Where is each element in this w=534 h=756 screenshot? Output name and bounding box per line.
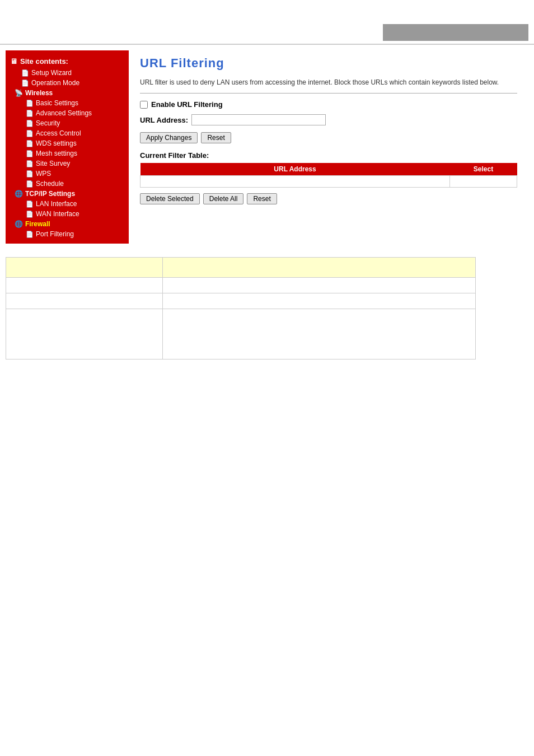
table-row	[140, 176, 517, 188]
sidebar-title-icon: 🖥	[10, 57, 17, 66]
sidebar-group-tcpip[interactable]: 🌐 TCP/IP Settings	[6, 189, 129, 199]
bottom-cell-3-2	[163, 293, 476, 309]
page-icon-13: 📄	[26, 211, 34, 218]
bottom-cell-1-1	[6, 258, 163, 278]
sidebar-item-site-survey[interactable]: 📄 Site Survey	[6, 158, 129, 169]
reset-button[interactable]: Reset	[201, 132, 231, 143]
page-icon-11: 📄	[26, 180, 34, 188]
bottom-table-row-1	[6, 258, 476, 278]
sidebar-label-mesh-settings: Mesh settings	[36, 150, 77, 157]
page-icon-10: 📄	[26, 170, 34, 178]
apply-reset-buttons: Apply Changes Reset	[140, 132, 517, 143]
top-bar	[0, 0, 534, 45]
enable-url-filtering-label: Enable URL Filtering	[151, 100, 223, 109]
bottom-cell-4-1	[6, 309, 163, 360]
sidebar-label-firewall: Firewall	[25, 220, 50, 228]
filter-table: URL Address Select	[140, 163, 517, 188]
sidebar-label-basic-settings: Basic Settings	[36, 99, 78, 107]
page-title: URL Filtering	[140, 56, 517, 71]
sidebar-label-advanced-settings: Advanced Settings	[36, 109, 92, 117]
sidebar-title-label: Site contents:	[20, 57, 68, 66]
tcpip-icon: 🌐	[15, 190, 23, 198]
bottom-table-row-3	[6, 293, 476, 309]
main-layout: 🖥 Site contents: 📄 Setup Wizard 📄 Operat…	[0, 45, 534, 249]
sidebar-label-port-filtering: Port Filtering	[36, 230, 74, 238]
firewall-icon: 🌐	[15, 220, 23, 228]
sidebar-item-wps[interactable]: 📄 WPS	[6, 169, 129, 179]
content-area: URL Filtering URL filter is used to deny…	[129, 50, 528, 210]
sidebar-item-advanced-settings[interactable]: 📄 Advanced Settings	[6, 108, 129, 118]
sidebar-item-operation-mode[interactable]: 📄 Operation Mode	[6, 78, 129, 88]
sidebar-label-lan-interface: LAN Interface	[36, 200, 77, 208]
page-icon-6: 📄	[26, 130, 34, 137]
enable-url-filtering-checkbox[interactable]	[140, 101, 148, 109]
bottom-cell-1-2	[163, 258, 476, 278]
sidebar-label-tcpip: TCP/IP Settings	[25, 190, 75, 198]
table-header-select: Select	[450, 163, 517, 176]
bottom-cell-3-1	[6, 293, 163, 309]
table-cell-url	[140, 176, 450, 188]
page-icon-4: 📄	[26, 110, 34, 117]
sidebar-label-wireless: Wireless	[25, 89, 53, 97]
sidebar-label-site-survey: Site Survey	[36, 160, 70, 167]
sidebar-label-schedule: Schedule	[36, 180, 64, 188]
sidebar-item-mesh-settings[interactable]: 📄 Mesh settings	[6, 148, 129, 158]
page-icon-14: 📄	[26, 231, 34, 238]
sidebar-item-wds-settings[interactable]: 📄 WDS settings	[6, 138, 129, 148]
bottom-table-row-2	[6, 278, 476, 293]
page-icon-7: 📄	[26, 140, 34, 147]
bottom-cell-4-2	[163, 309, 476, 360]
bottom-table	[6, 257, 476, 360]
bottom-cell-2-2	[163, 278, 476, 293]
sidebar-group-firewall[interactable]: 🌐 Firewall	[6, 219, 129, 229]
page-description: URL filter is used to deny LAN users fro…	[140, 77, 517, 87]
page-icon: 📄	[21, 69, 29, 77]
page-icon-8: 📄	[26, 150, 34, 157]
divider-1	[140, 93, 517, 94]
wireless-icon: 📡	[15, 89, 23, 97]
page-icon-12: 📄	[26, 200, 34, 208]
current-filter-label: Current Filter Table:	[140, 151, 517, 160]
sidebar-label-wds-settings: WDS settings	[36, 139, 77, 147]
reset2-button[interactable]: Reset	[247, 193, 277, 204]
url-address-row: URL Address:	[140, 114, 517, 125]
bottom-table-row-4	[6, 309, 476, 360]
sidebar-item-setup-wizard[interactable]: 📄 Setup Wizard	[6, 68, 129, 78]
sidebar-group-wireless[interactable]: 📡 Wireless	[6, 88, 129, 98]
sidebar-label-operation-mode: Operation Mode	[31, 79, 79, 87]
sidebar-item-schedule[interactable]: 📄 Schedule	[6, 179, 129, 189]
sidebar-label-wan-interface: WAN Interface	[36, 210, 79, 218]
sidebar-item-wan-interface[interactable]: 📄 WAN Interface	[6, 209, 129, 219]
page-icon-5: 📄	[26, 120, 34, 127]
page-icon-9: 📄	[26, 160, 34, 167]
sidebar-item-port-filtering[interactable]: 📄 Port Filtering	[6, 229, 129, 239]
sidebar: 🖥 Site contents: 📄 Setup Wizard 📄 Operat…	[6, 50, 129, 244]
delete-all-button[interactable]: Delete All	[203, 193, 244, 204]
table-header-url-address: URL Address	[140, 163, 450, 176]
sidebar-label-setup-wizard: Setup Wizard	[31, 69, 72, 77]
table-cell-select	[450, 176, 517, 188]
sidebar-item-basic-settings[interactable]: 📄 Basic Settings	[6, 98, 129, 108]
delete-selected-button[interactable]: Delete Selected	[140, 193, 200, 204]
delete-buttons: Delete Selected Delete All Reset	[140, 193, 517, 204]
sidebar-title: 🖥 Site contents:	[6, 55, 129, 68]
sidebar-item-security[interactable]: 📄 Security	[6, 118, 129, 128]
bottom-cell-2-1	[6, 278, 163, 293]
page-icon-2: 📄	[21, 80, 29, 87]
sidebar-item-access-control[interactable]: 📄 Access Control	[6, 128, 129, 138]
url-address-input[interactable]	[191, 114, 326, 125]
enable-url-filtering-row: Enable URL Filtering	[140, 100, 517, 109]
sidebar-label-wps: WPS	[36, 170, 51, 178]
page-icon-3: 📄	[26, 100, 34, 107]
sidebar-label-access-control: Access Control	[36, 129, 81, 137]
top-bar-right-block	[383, 24, 528, 41]
sidebar-item-lan-interface[interactable]: 📄 LAN Interface	[6, 199, 129, 209]
apply-changes-button[interactable]: Apply Changes	[140, 132, 198, 143]
sidebar-label-security: Security	[36, 119, 60, 127]
url-address-label: URL Address:	[140, 116, 188, 124]
